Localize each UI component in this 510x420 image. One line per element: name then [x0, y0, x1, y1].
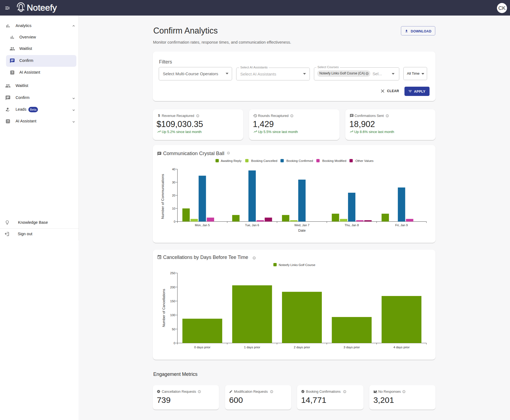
svg-text:3 days prior: 3 days prior [344, 346, 360, 349]
svg-text:Wed, Jan 7: Wed, Jan 7 [294, 223, 309, 227]
svg-text:0: 0 [174, 220, 175, 223]
svg-text:Date: Date [298, 228, 305, 232]
svg-text:40: 40 [172, 168, 175, 171]
svg-text:Booking Cancelled: Booking Cancelled [251, 159, 277, 162]
svg-text:Communication Crystal Ball: Communication Crystal Ball [163, 150, 224, 156]
svg-text:Thu, Jan 8: Thu, Jan 8 [345, 223, 359, 227]
svg-text:150: 150 [170, 300, 175, 303]
svg-text:30: 30 [172, 181, 175, 184]
svg-text:Number of Communications: Number of Communications [161, 174, 165, 219]
svg-text:Mon, Jan 5: Mon, Jan 5 [195, 223, 210, 227]
svg-text:Awaiting Reply: Awaiting Reply [221, 159, 242, 162]
svg-text:200: 200 [170, 286, 175, 289]
svg-text:0 days prior: 0 days prior [194, 346, 211, 349]
svg-text:100: 100 [170, 313, 175, 317]
svg-text:Other Values: Other Values [355, 159, 374, 162]
svg-text:?: ? [11, 71, 13, 74]
svg-text:4 days prior: 4 days prior [393, 346, 410, 349]
svg-text:Cancellations by Days Before T: Cancellations by Days Before Tee Time [163, 255, 248, 260]
svg-text:Number of Cancellations: Number of Cancellations [162, 289, 166, 327]
svg-text:Tue, Jan 6: Tue, Jan 6 [245, 223, 259, 227]
svg-text:2 days prior: 2 days prior [294, 346, 310, 349]
svg-text:1 days prior: 1 days prior [244, 346, 260, 349]
svg-text:250: 250 [170, 271, 175, 275]
svg-text:10: 10 [172, 207, 175, 210]
svg-text:50: 50 [172, 328, 175, 331]
svg-text:Booking Modified: Booking Modified [322, 159, 346, 162]
svg-text:0: 0 [174, 342, 175, 345]
svg-text:Fri, Jan 9: Fri, Jan 9 [395, 223, 408, 227]
svg-text:20: 20 [172, 194, 175, 197]
svg-text:?: ? [7, 120, 9, 123]
svg-text:Noteefy Links Golf Course: Noteefy Links Golf Course [279, 263, 315, 267]
svg-text:Booking Confirmed: Booking Confirmed [286, 159, 313, 162]
